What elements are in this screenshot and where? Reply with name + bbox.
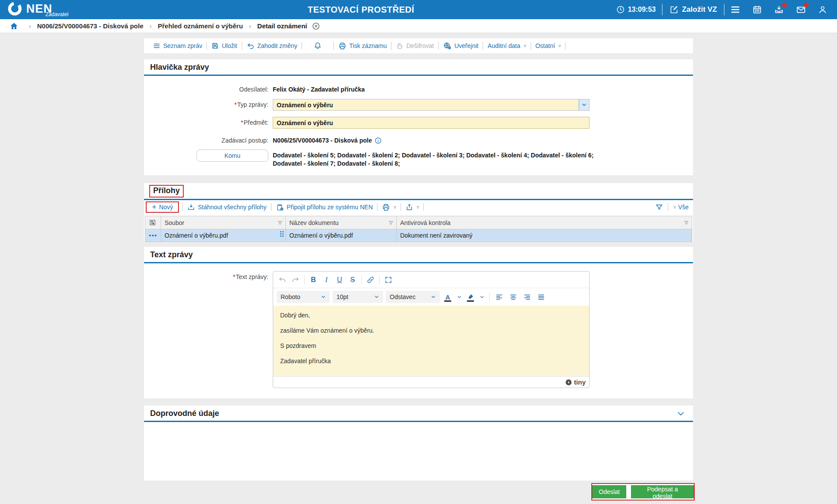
row-actions-button[interactable]: ●●● bbox=[145, 229, 161, 242]
save-icon bbox=[211, 42, 219, 50]
show-all-filter[interactable]: ▿ Vše bbox=[672, 204, 689, 211]
home-button[interactable] bbox=[10, 22, 18, 31]
editor-divider bbox=[379, 276, 380, 284]
create-vz-button[interactable]: Založit VZ bbox=[662, 5, 724, 14]
cell-doc-name[interactable]: Oznámení o výběru.pdf bbox=[286, 229, 397, 242]
breadcrumb-separator-icon: › bbox=[249, 22, 251, 30]
messages-button[interactable] bbox=[790, 0, 812, 19]
dropdown-arrow-icon: ▿ bbox=[417, 204, 419, 210]
notifications-button[interactable] bbox=[302, 41, 333, 50]
print-attachments-menu[interactable]: ▿ bbox=[377, 203, 401, 211]
environment-title: TESTOVACÍ PROSTŘEDÍ bbox=[308, 5, 414, 15]
column-header-nazev[interactable]: Název dokumentu ▽ bbox=[286, 216, 397, 229]
tiny-brand[interactable]: tiny bbox=[574, 378, 586, 386]
section-title: Přílohy bbox=[153, 186, 180, 195]
discard-changes-button[interactable]: Zahodit změny bbox=[242, 42, 302, 50]
font-size-select[interactable]: 10pt bbox=[333, 291, 383, 303]
sender-label: Odesílatel: bbox=[144, 84, 273, 93]
message-text-label: *Text zprávy: bbox=[144, 271, 273, 280]
message-type-select[interactable]: Oznámení o výběru bbox=[273, 99, 590, 111]
column-filter-icon[interactable]: ▽ bbox=[685, 220, 688, 225]
messages-notification-badge bbox=[804, 3, 809, 7]
download-all-attachments-button[interactable]: Stáhnout všechny přílohy bbox=[183, 203, 271, 211]
procedure-value: N006/25/V00004673 - Disková pole bbox=[273, 135, 382, 144]
breadcrumb-item-procedure[interactable]: N006/25/V00004673 - Disková pole bbox=[37, 22, 144, 30]
text-color-menu-icon[interactable] bbox=[456, 291, 463, 303]
font-family-select[interactable]: Roboto bbox=[277, 291, 330, 303]
new-attachment-button[interactable]: + Nový bbox=[146, 201, 179, 213]
column-filter-icon[interactable]: ▽ bbox=[389, 220, 393, 225]
italic-button[interactable]: I bbox=[321, 274, 332, 286]
list-icon bbox=[153, 42, 161, 50]
highlight-color-button[interactable] bbox=[465, 291, 476, 303]
breadcrumb-item-detail: Detail oznámení bbox=[257, 22, 307, 30]
editor-divider bbox=[361, 276, 362, 284]
select-chevron-icon[interactable] bbox=[579, 99, 589, 110]
print-record-button[interactable]: Tisk záznamu bbox=[334, 42, 391, 50]
other-menu[interactable]: Ostatní ▿ bbox=[531, 42, 566, 49]
cell-file[interactable]: Oznámení o výběru.pdf bbox=[161, 229, 286, 242]
send-button[interactable]: Odeslat bbox=[592, 485, 626, 498]
text-color-button[interactable]: A bbox=[443, 291, 453, 303]
message-list-button[interactable]: Seznam zpráv bbox=[148, 42, 206, 50]
sign-and-send-button[interactable]: Podepsat a odeslat bbox=[631, 485, 694, 498]
link-icon[interactable] bbox=[365, 274, 376, 286]
download-icon bbox=[187, 203, 195, 211]
export-attachments-menu[interactable]: ▿ bbox=[401, 203, 424, 211]
time-value: 13:09:53 bbox=[628, 6, 656, 14]
plus-icon: + bbox=[152, 204, 157, 210]
share-icon bbox=[405, 203, 413, 211]
column-settings-button[interactable] bbox=[145, 216, 161, 229]
editor-toolbar-row2: Roboto 10pt Odstavec A bbox=[273, 288, 589, 306]
main-menu-button[interactable] bbox=[724, 0, 746, 19]
drag-handle-icon[interactable] bbox=[280, 231, 284, 237]
calendar-button[interactable] bbox=[746, 0, 768, 19]
message-text-body[interactable]: Dobrý den, zasíláme Vám oznámení o výběr… bbox=[273, 306, 589, 376]
save-button[interactable]: Uložit bbox=[207, 42, 241, 50]
user-icon bbox=[818, 5, 827, 14]
publish-button[interactable]: Uveřejnit bbox=[439, 41, 483, 50]
attachment-row[interactable]: ●●● Oznámení o výběru.pdf Oznámení o výb… bbox=[145, 229, 692, 242]
audit-data-menu[interactable]: Auditní data ▿ bbox=[483, 42, 530, 49]
column-settings-icon bbox=[149, 219, 156, 226]
collapse-chevron-icon[interactable] bbox=[676, 409, 685, 418]
highlight-color-menu-icon[interactable] bbox=[478, 291, 485, 303]
close-tab-icon[interactable] bbox=[312, 22, 320, 31]
column-header-antivir[interactable]: Antivirová kontrola ▽ bbox=[397, 216, 692, 229]
attachments-title-highlight: Přílohy bbox=[149, 185, 184, 198]
align-center-icon[interactable] bbox=[508, 291, 519, 303]
attachments-table: Soubor ▽ Název dokumentu ▽ Antivirová ko… bbox=[145, 216, 692, 242]
column-header-soubor[interactable]: Soubor ▽ bbox=[161, 216, 286, 229]
fullscreen-icon[interactable] bbox=[383, 274, 394, 286]
message-type-value: Oznámení o výběru bbox=[273, 102, 579, 109]
editor-toolbar-row1: B I U S bbox=[273, 272, 589, 288]
rich-text-editor: B I U S Roboto 10pt bbox=[273, 271, 590, 388]
user-profile-button[interactable] bbox=[812, 0, 834, 19]
bold-button[interactable]: B bbox=[308, 274, 319, 286]
editor-redo-icon[interactable] bbox=[290, 274, 301, 286]
align-right-icon[interactable] bbox=[521, 291, 533, 303]
decrypt-button: Dešifrovat bbox=[391, 42, 438, 50]
block-format-select[interactable]: Odstavec bbox=[386, 291, 440, 303]
column-filter-icon[interactable]: ▽ bbox=[278, 220, 282, 225]
section-title: Text zprávy bbox=[144, 247, 693, 259]
info-icon[interactable] bbox=[374, 137, 382, 144]
align-left-icon[interactable] bbox=[494, 291, 505, 303]
subject-input[interactable] bbox=[273, 117, 590, 129]
editor-undo-icon[interactable] bbox=[277, 274, 288, 286]
topbar-actions: 13:09:53 Založit VZ bbox=[610, 0, 834, 19]
filter-icon[interactable] bbox=[655, 203, 663, 211]
message-header-section: Hlavička zprávy Odesílatel: Felix Okátý … bbox=[144, 59, 693, 175]
edit-square-icon bbox=[669, 5, 679, 14]
chevron-down-icon bbox=[431, 294, 436, 300]
downloads-button[interactable] bbox=[768, 0, 790, 19]
breadcrumb-item-overview[interactable]: Přehled oznámení o výběru bbox=[158, 22, 243, 30]
attach-from-nen-button[interactable]: Připojit přílohu ze systému NEN bbox=[271, 203, 377, 211]
dropdown-arrow-icon: ▿ bbox=[673, 204, 676, 210]
underline-button[interactable]: U bbox=[334, 274, 345, 286]
clock-icon bbox=[616, 5, 625, 14]
section-divider bbox=[144, 262, 693, 263]
justify-icon[interactable] bbox=[535, 291, 547, 303]
strikethrough-button[interactable]: S bbox=[347, 274, 358, 286]
recipients-button[interactable]: Komu bbox=[196, 150, 268, 162]
